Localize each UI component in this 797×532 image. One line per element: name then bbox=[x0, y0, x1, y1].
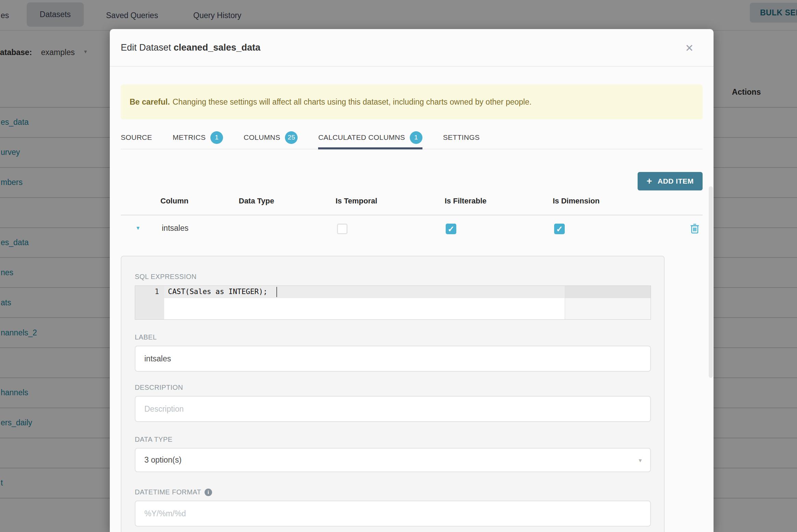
editor-print-margin bbox=[565, 286, 651, 319]
text-cursor bbox=[276, 287, 277, 297]
tab-count-badge: 25 bbox=[285, 131, 298, 144]
modal-tab[interactable]: SOURCE bbox=[121, 128, 152, 149]
check-icon: ✓ bbox=[556, 224, 563, 234]
column-header: Column bbox=[160, 197, 188, 205]
description-field-label: DESCRIPTION bbox=[135, 384, 651, 391]
datetime-format-field-label: DATETIME FORMAT i bbox=[135, 488, 651, 496]
info-icon[interactable]: i bbox=[205, 489, 212, 496]
warning-bold-text: Be careful. bbox=[130, 97, 170, 107]
sql-editor[interactable]: 1 CAST(Sales as INTEGER); bbox=[135, 285, 651, 320]
modal-scrollbar[interactable] bbox=[709, 186, 713, 378]
warning-banner: Be careful. Changing these settings will… bbox=[121, 84, 703, 119]
expand-caret-icon[interactable]: ▼ bbox=[135, 225, 141, 231]
add-item-button[interactable]: + ADD ITEM bbox=[638, 172, 703, 190]
datetime-format-input[interactable] bbox=[135, 501, 651, 527]
modal-title-prefix: Edit Dataset bbox=[121, 42, 174, 53]
modal-header: Edit Dataset cleaned_sales_data ✕ bbox=[110, 29, 714, 67]
calculated-columns-header-row: Column Data Type Is Temporal Is Filterab… bbox=[121, 190, 703, 215]
chevron-down-icon: ▼ bbox=[638, 457, 643, 463]
sql-expression-label: SQL EXPRESSION bbox=[135, 273, 651, 281]
label-field-label: LABEL bbox=[135, 333, 651, 341]
calculated-column-detail-panel: SQL EXPRESSION 1 CAST(Sales as INTEGER);… bbox=[121, 256, 665, 532]
tab-label: METRICS bbox=[173, 133, 206, 142]
is-temporal-checkbox[interactable]: ✓ bbox=[337, 224, 348, 234]
datetime-format-label-text: DATETIME FORMAT bbox=[135, 488, 201, 496]
calculated-column-row: ▼ intsales ✓ ✓ ✓ bbox=[121, 215, 703, 244]
modal-title: Edit Dataset cleaned_sales_data bbox=[121, 42, 260, 53]
label-field-group: LABEL bbox=[135, 333, 651, 372]
modal-tab[interactable]: CALCULATED COLUMNS 1 bbox=[318, 128, 422, 149]
column-name: intsales bbox=[162, 224, 188, 233]
add-item-label: ADD ITEM bbox=[658, 177, 694, 185]
is-temporal-header: Is Temporal bbox=[336, 197, 377, 205]
modal-title-dataset-name: cleaned_sales_data bbox=[174, 42, 261, 53]
is-filterable-checkbox[interactable]: ✓ bbox=[446, 224, 456, 234]
is-dimension-checkbox[interactable]: ✓ bbox=[554, 224, 565, 234]
screen: es Datasets Saved Queries Query History … bbox=[0, 0, 797, 532]
line-number: 1 bbox=[135, 288, 159, 296]
tab-label: SOURCE bbox=[121, 133, 152, 142]
data-type-field-group: DATA TYPE 3 option(s) ▼ bbox=[135, 436, 651, 472]
add-item-row: + ADD ITEM bbox=[121, 172, 703, 190]
modal-tab[interactable]: SETTINGS bbox=[443, 128, 480, 149]
description-field-group: DESCRIPTION bbox=[135, 384, 651, 422]
label-input[interactable] bbox=[135, 346, 651, 372]
is-filterable-header: Is Filterable bbox=[445, 197, 486, 205]
description-input[interactable] bbox=[135, 396, 651, 422]
modal-body: Be careful. Changing these settings will… bbox=[110, 84, 714, 532]
close-icon[interactable]: ✕ bbox=[685, 29, 694, 67]
tab-label: CALCULATED COLUMNS bbox=[318, 133, 405, 142]
trash-icon[interactable] bbox=[690, 223, 699, 234]
data-type-select[interactable]: 3 option(s) ▼ bbox=[135, 448, 651, 472]
edit-dataset-modal: Edit Dataset cleaned_sales_data ✕ Be car… bbox=[110, 29, 714, 532]
warning-text: Changing these settings will affect all … bbox=[173, 97, 532, 107]
sql-code: CAST(Sales as INTEGER); bbox=[168, 288, 267, 296]
data-type-value: 3 option(s) bbox=[144, 455, 182, 465]
modal-tabs: SOURCE METRICS 1 COLUMNS 25 CALCUL bbox=[121, 128, 703, 149]
modal-tab[interactable]: COLUMNS 25 bbox=[244, 128, 298, 149]
plus-icon: + bbox=[646, 177, 652, 186]
check-icon: ✓ bbox=[447, 224, 454, 234]
tab-label: SETTINGS bbox=[443, 133, 480, 142]
data-type-header: Data Type bbox=[239, 197, 274, 205]
tab-count-badge: 1 bbox=[210, 131, 223, 144]
tab-label: COLUMNS bbox=[244, 133, 280, 142]
data-type-field-label: DATA TYPE bbox=[135, 436, 651, 443]
datetime-format-field-group: DATETIME FORMAT i bbox=[135, 488, 651, 527]
modal-tab[interactable]: METRICS 1 bbox=[173, 128, 223, 149]
tab-count-badge: 1 bbox=[410, 131, 422, 144]
is-dimension-header: Is Dimension bbox=[553, 197, 600, 205]
